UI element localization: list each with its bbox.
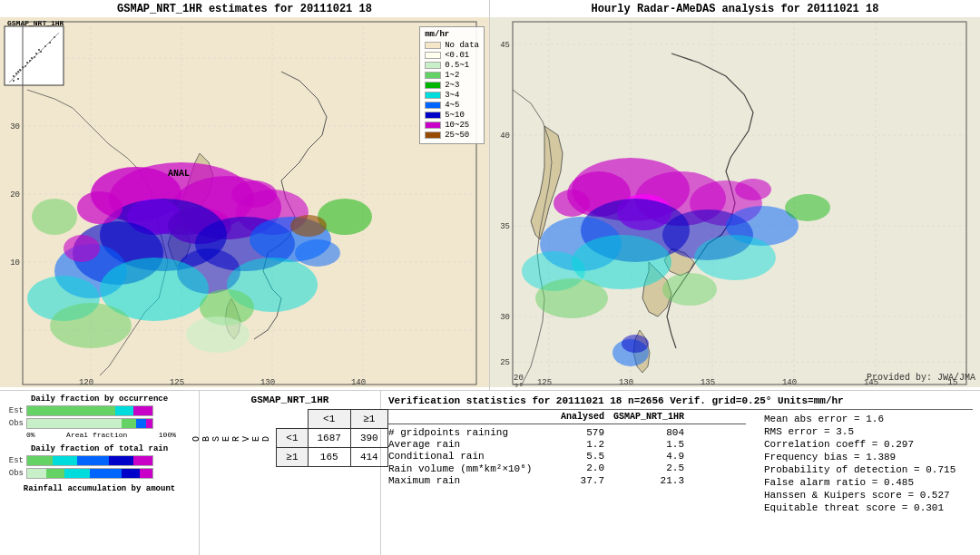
svg-text:120: 120 <box>79 378 93 387</box>
svg-text:125: 125 <box>537 378 552 387</box>
svg-point-48 <box>26 62 28 63</box>
legend-panel: mm/hr No data <0.01 0.5~1 <box>419 26 485 144</box>
svg-text:2⁰: 2⁰ <box>514 383 524 387</box>
svg-point-37 <box>186 316 250 353</box>
svg-point-100 <box>694 235 776 280</box>
svg-point-53 <box>17 78 19 80</box>
legend-05-1: 0.5~1 <box>425 61 479 70</box>
svg-point-55 <box>19 69 21 71</box>
right-map-svg: 45 40 35 30 25 125 130 135 140 145 15 <box>490 17 980 387</box>
est-bar-rain <box>26 455 153 466</box>
legend-2-3: 2~3 <box>425 81 479 90</box>
left-map-panel: GSMAP_NRT_1HR estimates for 20111021 18 <box>0 0 490 390</box>
stat-gridpoints-analysed: 579 <box>554 427 604 438</box>
cell-lt1-lt1: 1687 <box>308 429 350 448</box>
obs-bar-row-occurrence: Obs <box>4 418 195 429</box>
stat-avg-rain-gsmap: 1.5 <box>612 439 684 450</box>
svg-point-50 <box>35 53 37 54</box>
stats-left-col: Analysed GSMAP_NRT_1HR # gridpoints rain… <box>388 412 746 515</box>
charts-panel: Daily fraction by occurrence Est Obs <box>0 391 200 555</box>
stat-mean-abs-error: Mean abs error = 1.6 <box>764 414 973 424</box>
svg-text:ANAL: ANAL <box>168 169 190 179</box>
est-bar-row-occurrence: Est <box>4 405 195 416</box>
main-container: GSMAP_NRT_1HR estimates for 20111021 18 <box>0 0 980 555</box>
est-bar-row-rain: Est <box>4 455 195 466</box>
col-header-analysed: Analysed <box>554 412 604 422</box>
svg-text:40: 40 <box>500 131 510 141</box>
stat-max-rain-gsmap: 21.3 <box>612 475 684 486</box>
stat-cond-rain-analysed: 5.5 <box>554 451 604 462</box>
stat-rain-volume-name: Rain volume (mm*km²×10⁶) <box>388 462 547 474</box>
svg-text:130: 130 <box>619 378 633 387</box>
verification-title: Verification statistics for 20111021 18 … <box>388 395 973 406</box>
obs-bar-row-rain: Obs <box>4 468 195 479</box>
svg-point-108 <box>622 335 649 353</box>
svg-text:45: 45 <box>500 41 510 50</box>
contingency-table-wrapper: <1 ≥1 <1 1687 390 ≥1 165 414 <box>276 409 387 467</box>
svg-text:140: 140 <box>351 378 366 387</box>
svg-point-35 <box>295 239 340 267</box>
left-map-title: GSMAP_NRT_1HR estimates for 20111021 18 <box>0 0 489 17</box>
svg-point-41 <box>231 180 277 208</box>
col-header-lt1: <1 <box>308 410 350 429</box>
est-bar-occurrence <box>26 405 153 416</box>
svg-point-49 <box>31 57 33 59</box>
obs-rain-label: Obs <box>4 469 24 478</box>
fraction-occurrence-chart: Est Obs 0 <box>4 405 195 439</box>
svg-point-104 <box>785 194 830 221</box>
stat-max-rain-analysed: 37.7 <box>554 475 604 486</box>
stat-rms-error: RMS error = 3.5 <box>764 426 973 437</box>
stat-cond-rain-name: Conditional rain <box>388 451 547 462</box>
fraction-rain-title: Daily fraction of total rain <box>4 444 195 453</box>
svg-text:30: 30 <box>500 313 510 322</box>
fraction-rain-chart: Est Obs <box>4 455 195 479</box>
svg-text:25: 25 <box>500 358 510 367</box>
stats-grid: Analysed GSMAP_NRT_1HR # gridpoints rain… <box>388 412 973 515</box>
svg-point-52 <box>13 80 15 82</box>
col-header-gsmap: GSMAP_NRT_1HR <box>612 412 684 422</box>
stat-avg-rain-name: Average rain <box>388 439 547 450</box>
rainfall-label: Rainfall accumulation by amount <box>4 484 195 493</box>
contingency-title: GSMAP_NRT_1HR <box>203 394 377 405</box>
stats-panel: Verification statistics for 20111021 18 … <box>381 391 980 555</box>
fraction-occurrence-title: Daily fraction by occurrence <box>4 394 195 404</box>
svg-text:30: 30 <box>10 122 20 131</box>
svg-point-40 <box>77 191 122 224</box>
svg-point-106 <box>735 179 771 200</box>
legend-title: mm/hr <box>425 30 479 39</box>
left-map-svg: 40 30 20 10 120 125 130 140 <box>0 17 489 387</box>
occurrence-axis-labels: 0% Areal fraction 100% <box>26 431 176 439</box>
svg-text:140: 140 <box>782 378 797 387</box>
bottom-section: Daily fraction by occurrence Est Obs <box>0 390 980 555</box>
right-map-panel: Hourly Radar-AMeDAS analysis for 2011102… <box>490 0 980 390</box>
cell-gte1-lt1: 165 <box>308 448 350 467</box>
stat-row-rain-volume: Rain volume (mm*km²×10⁶) 2.0 2.5 <box>388 462 746 474</box>
stat-freq-bias: Frequency bias = 1.389 <box>764 452 973 462</box>
svg-point-59 <box>38 49 40 51</box>
row-header-lt1: <1 <box>277 429 308 448</box>
svg-text:GSMAP_NRT_1HR: GSMAP_NRT_1HR <box>7 19 64 27</box>
legend-25-50: 25~50 <box>425 131 479 140</box>
est-rain-label: Est <box>4 456 24 465</box>
stat-gridpoints-name: # gridpoints raining <box>388 427 547 438</box>
right-map-title: Hourly Radar-AMeDAS analysis for 2011102… <box>490 0 980 17</box>
stat-rain-volume-analysed: 2.0 <box>554 462 604 474</box>
right-map-canvas: 45 40 35 30 25 125 130 135 140 145 15 <box>490 17 980 387</box>
observed-label: OBSERVED <box>191 434 271 442</box>
svg-point-103 <box>662 273 717 306</box>
svg-text:20: 20 <box>514 374 524 383</box>
legend-lt001: <0.01 <box>425 51 479 60</box>
legend-1-2: 1~2 <box>425 71 479 80</box>
stat-rain-volume-gsmap: 2.5 <box>612 462 684 474</box>
obs-bar-rain <box>26 468 153 479</box>
legend-10-25: 10~25 <box>425 121 479 130</box>
svg-text:20: 20 <box>10 190 20 200</box>
obs-bar-occurrence <box>26 418 153 429</box>
svg-point-46 <box>17 71 19 73</box>
svg-point-42 <box>64 235 100 262</box>
stat-row-max-rain: Maximum rain 37.7 21.3 <box>388 475 746 486</box>
top-section: GSMAP_NRT_1HR estimates for 20111021 18 <box>0 0 980 390</box>
contingency-panel: GSMAP_NRT_1HR OBSERVED <1 ≥1 <1 1687 390 <box>200 391 381 555</box>
svg-point-105 <box>554 190 590 217</box>
stat-row-gridpoints: # gridpoints raining 579 804 <box>388 427 746 438</box>
